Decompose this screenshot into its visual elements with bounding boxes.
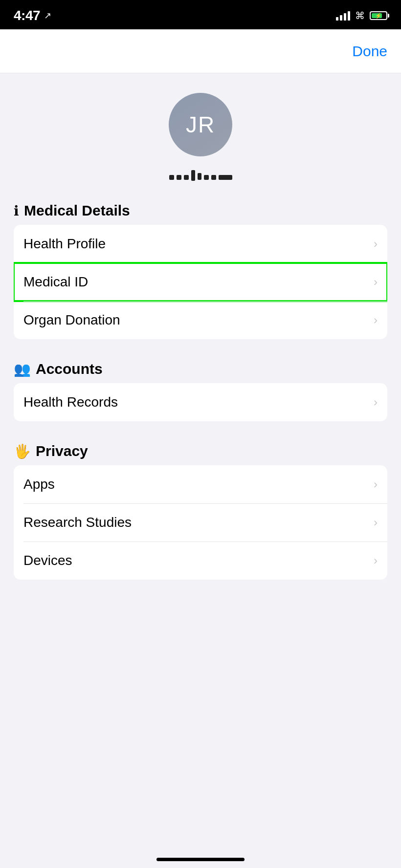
list-item-organ-donation[interactable]: Organ Donation› [14, 301, 387, 339]
list-item-label-apps: Apps [23, 477, 55, 492]
list-item-health-profile[interactable]: Health Profile› [14, 225, 387, 263]
list-card-privacy: Apps›Research Studies›Devices› [14, 465, 387, 580]
section-icon-medical-details: ℹ [14, 203, 19, 219]
avatar-section: JR [0, 73, 401, 195]
section-accounts: 👥AccountsHealth Records› [0, 354, 401, 421]
chevron-icon-health-records: › [374, 395, 378, 409]
list-item-label-medical-id: Medical ID [23, 274, 88, 290]
status-icons: ⌘ ⚡ [336, 10, 387, 22]
list-item-medical-id[interactable]: Medical ID› [14, 263, 387, 301]
signal-icon [336, 11, 350, 21]
list-item-label-research-studies: Research Studies [23, 515, 132, 530]
list-item-devices[interactable]: Devices› [14, 542, 387, 580]
section-title-medical-details: Medical Details [24, 202, 130, 219]
section-icon-accounts: 👥 [14, 361, 31, 377]
section-title-privacy: Privacy [36, 443, 88, 459]
list-item-research-studies[interactable]: Research Studies› [14, 503, 387, 542]
chevron-icon-apps: › [374, 477, 378, 491]
chevron-icon-research-studies: › [374, 516, 378, 529]
list-item-health-records[interactable]: Health Records› [14, 383, 387, 421]
list-item-apps[interactable]: Apps› [14, 465, 387, 503]
section-privacy: 🖐PrivacyApps›Research Studies›Devices› [0, 436, 401, 580]
wifi-icon: ⌘ [355, 10, 365, 22]
section-header-privacy: 🖐Privacy [14, 436, 387, 465]
section-medical-details: ℹMedical DetailsHealth Profile›Medical I… [0, 195, 401, 339]
section-title-accounts: Accounts [36, 361, 103, 377]
done-button[interactable]: Done [352, 43, 387, 60]
main-content: JR ℹMedical DetailsHealth Profile›Medica… [0, 73, 401, 624]
list-item-label-health-records: Health Records [23, 394, 118, 410]
list-card-accounts: Health Records› [14, 383, 387, 421]
section-icon-privacy: 🖐 [14, 443, 31, 459]
status-bar: 4:47 ↗ ⌘ ⚡ [0, 0, 401, 29]
chevron-icon-devices: › [374, 554, 378, 567]
list-card-medical-details: Health Profile›Medical ID›Organ Donation… [14, 225, 387, 339]
avatar: JR [169, 93, 232, 156]
status-time: 4:47 [14, 8, 40, 23]
home-indicator [156, 858, 245, 861]
nav-bar: Done [0, 29, 401, 73]
location-icon: ↗ [44, 10, 51, 21]
list-item-label-devices: Devices [23, 553, 72, 568]
section-header-medical-details: ℹMedical Details [14, 195, 387, 225]
chevron-icon-health-profile: › [374, 237, 378, 251]
chevron-icon-organ-donation: › [374, 313, 378, 327]
list-item-label-organ-donation: Organ Donation [23, 312, 120, 328]
section-header-accounts: 👥Accounts [14, 354, 387, 383]
name-redacted [169, 167, 232, 181]
list-item-label-health-profile: Health Profile [23, 236, 106, 252]
battery-icon: ⚡ [370, 11, 387, 20]
chevron-icon-medical-id: › [374, 275, 378, 289]
